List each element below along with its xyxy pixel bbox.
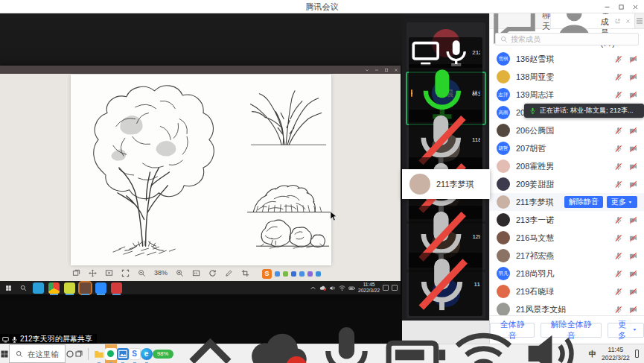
avatar <box>497 124 510 137</box>
mic-muted-icon[interactable] <box>614 91 622 99</box>
mic-muted-icon[interactable] <box>614 270 622 278</box>
member-row[interactable]: 胡哲 207胡哲 <box>490 139 644 157</box>
remote-search-icon <box>18 282 28 293</box>
member-name: 217祁宏燕 <box>516 250 608 262</box>
tencent-meeting-window: 腾讯会议 <box>0 0 644 363</box>
tray-wifi-icon[interactable] <box>452 322 515 363</box>
member-row[interactable]: 羽凡 218尚羽凡 <box>490 265 644 282</box>
avatar <box>497 249 510 262</box>
tencent-meeting-app-icon[interactable] <box>105 344 117 363</box>
camera-muted-icon[interactable] <box>629 55 637 63</box>
edit-icon[interactable] <box>225 269 233 277</box>
mic-muted-icon[interactable] <box>614 145 622 153</box>
taskbar-search[interactable] <box>9 344 66 363</box>
panel-menu-handle[interactable] <box>634 13 644 28</box>
camera-muted-icon[interactable] <box>629 73 637 81</box>
mic-muted-icon[interactable] <box>614 180 622 189</box>
file-explorer-icon[interactable] <box>93 344 105 363</box>
camera-muted-icon[interactable] <box>629 91 637 99</box>
video-tile[interactable]: 212李天羽的屏幕共享 <box>407 22 485 70</box>
member-row[interactable]: 208霍胜男 <box>490 157 644 175</box>
camera-muted-icon[interactable] <box>629 216 637 224</box>
actual-size-icon[interactable] <box>192 269 200 277</box>
camera-muted-icon[interactable] <box>629 127 637 135</box>
tray-cloud-icon[interactable] <box>246 322 310 363</box>
popout-panel-icon[interactable] <box>615 19 620 24</box>
start-button[interactable] <box>0 344 9 363</box>
mic-muted-icon[interactable] <box>614 306 622 314</box>
remote-edge-icon <box>33 282 44 294</box>
clock[interactable]: 11:45 2022/3/22 <box>602 346 630 361</box>
remote-tray-cloud-icon <box>319 285 326 291</box>
search-icon <box>500 36 508 43</box>
cortana-button[interactable] <box>66 344 74 363</box>
tab-manage-members[interactable]: 管理成员(77) <box>551 13 615 28</box>
mic-muted-icon[interactable] <box>614 127 622 135</box>
member-row[interactable]: 217祁宏燕 <box>490 247 644 265</box>
member-row[interactable]: 138周亚雯 <box>490 68 644 86</box>
member-hover-card: 211李梦琪 <box>402 169 490 199</box>
mic-muted-icon[interactable] <box>614 252 622 260</box>
member-row[interactable]: 216马文慧 <box>490 229 644 247</box>
member-search[interactable] <box>495 33 639 45</box>
avatar <box>497 70 510 83</box>
member-row[interactable]: 志洋 139周志洋 <box>490 86 644 104</box>
edge-app-icon[interactable]: e <box>141 344 153 363</box>
tray-chevron-icon[interactable] <box>179 322 242 363</box>
camera-muted-icon[interactable] <box>629 306 637 314</box>
member-row[interactable]: 206公腾国 <box>490 121 644 139</box>
fit-screen-icon[interactable] <box>121 269 130 277</box>
camera-muted-icon[interactable] <box>629 270 637 278</box>
battery-widget[interactable]: 98% <box>153 350 173 359</box>
slideshow-icon[interactable] <box>105 269 113 277</box>
close-panel-icon[interactable] <box>625 19 631 24</box>
remote-close-icon <box>394 68 398 72</box>
member-row[interactable]: 211李梦琪 解除静音 更多 <box>490 193 644 211</box>
pan-icon[interactable] <box>89 269 97 277</box>
member-more-button[interactable]: 更多 <box>607 196 637 208</box>
sogou-app-icon[interactable]: S <box>129 344 141 363</box>
close-button[interactable] <box>628 0 643 13</box>
camera-muted-icon[interactable] <box>629 162 637 171</box>
tray-volume-icon[interactable] <box>520 322 584 363</box>
member-list: 雪琪 136赵雪琪 138周亚雯 志洋 139周志洋 <box>490 50 644 315</box>
tray-mic-icon[interactable] <box>315 322 378 363</box>
zoom-in-icon[interactable] <box>176 269 184 277</box>
member-row[interactable]: 213李一诺 <box>490 211 644 229</box>
maximize-button[interactable] <box>614 0 628 13</box>
taskbar-search-input[interactable] <box>28 350 59 359</box>
ime-indicator[interactable]: 中 <box>589 349 596 359</box>
tab-chat[interactable]: 聊天 <box>490 13 551 28</box>
mic-muted-icon[interactable] <box>614 162 622 171</box>
video-tile[interactable]: 116倪晨 <box>407 272 485 318</box>
unmute-member-button[interactable]: 解除静音 <box>564 196 603 208</box>
remote-chevron-down-icon <box>365 68 369 72</box>
thumbnails-icon[interactable] <box>72 269 80 277</box>
camera-muted-icon[interactable] <box>629 180 637 189</box>
mic-muted-icon[interactable] <box>614 73 622 81</box>
rotate-icon[interactable] <box>208 269 217 277</box>
mic-muted-icon[interactable] <box>614 288 622 296</box>
mic-muted-icon[interactable] <box>614 216 622 224</box>
member-row[interactable]: 219石晓琭 <box>490 282 644 300</box>
photos-app-icon[interactable] <box>117 344 129 363</box>
member-row[interactable]: 21风景李文娟 <box>490 300 644 315</box>
camera-muted-icon[interactable] <box>629 252 637 260</box>
member-row[interactable]: 雪琪 136赵雪琪 <box>490 50 644 68</box>
mic-muted-icon[interactable] <box>614 55 622 63</box>
camera-muted-icon[interactable] <box>629 234 637 242</box>
tray-battery-icon[interactable] <box>383 322 447 363</box>
zoom-out-icon[interactable] <box>138 269 146 277</box>
mic-muted-icon[interactable] <box>614 234 622 242</box>
member-row[interactable]: 209姜甜甜 <box>490 175 644 193</box>
minimize-button[interactable] <box>600 0 614 13</box>
action-center-icon[interactable] <box>635 350 639 358</box>
task-view-button[interactable] <box>74 344 83 363</box>
remote-chrome-icon <box>48 282 60 294</box>
camera-muted-icon[interactable] <box>629 288 637 296</box>
crop-icon[interactable] <box>241 269 249 277</box>
member-name: 21风景李文娟 <box>516 304 608 315</box>
camera-muted-icon[interactable] <box>629 145 637 153</box>
member-name: 206公腾国 <box>516 125 608 136</box>
member-search-input[interactable] <box>511 35 634 43</box>
